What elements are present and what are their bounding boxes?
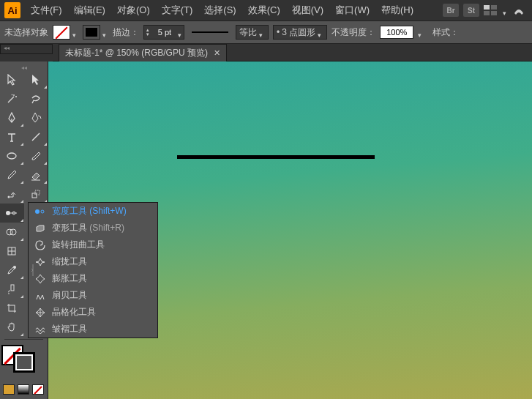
eyedropper-tool[interactable] xyxy=(0,261,24,280)
opacity-dropdown-icon[interactable] xyxy=(418,29,424,35)
svg-point-5 xyxy=(7,153,16,159)
shape-builder-tool[interactable] xyxy=(0,223,24,242)
lasso-tool[interactable] xyxy=(24,89,48,108)
width-tool[interactable] xyxy=(0,204,24,223)
flyout-item-warp[interactable]: 变形工具 (Shift+R) xyxy=(29,220,157,236)
svg-rect-3 xyxy=(491,11,497,15)
direct-selection-tool[interactable] xyxy=(24,70,48,89)
line-tool[interactable] xyxy=(24,127,48,146)
mesh-tool[interactable] xyxy=(0,242,24,261)
opacity-label: 不透明度： xyxy=(331,26,375,39)
pen-tool[interactable] xyxy=(0,108,24,127)
paintbrush-tool[interactable] xyxy=(24,146,48,165)
menu-file[interactable]: 文件(F) xyxy=(25,1,68,20)
menu-help[interactable]: 帮助(H) xyxy=(375,1,419,20)
control-bar: 未选择对象 描边： ▴▾ 等比 •3 点圆形 不透明度： 样式： xyxy=(0,20,532,44)
toolbox-collapse-icon[interactable] xyxy=(0,64,48,70)
canvas-path[interactable] xyxy=(177,155,375,159)
flyout-item-scallop[interactable]: 扇贝工具 xyxy=(29,287,157,304)
fill-stroke-swatches[interactable] xyxy=(1,345,35,373)
svg-point-24 xyxy=(13,266,16,269)
flyout-item-width[interactable]: 宽度工具 (Shift+W) xyxy=(29,203,157,220)
stroke-preview[interactable] xyxy=(192,31,228,33)
stroke-weight-stepper[interactable]: ▴▾ xyxy=(143,25,184,40)
workspace-icon[interactable] xyxy=(513,4,525,16)
svg-rect-9 xyxy=(35,190,40,195)
close-tab-icon[interactable]: ✕ xyxy=(214,48,220,58)
flyout-item-wrinkle[interactable]: 皱褶工具 xyxy=(29,321,157,338)
stroke-label: 描边： xyxy=(113,26,139,39)
stock-icon[interactable]: St xyxy=(463,4,479,17)
svg-rect-0 xyxy=(484,5,490,10)
style-label[interactable]: 样式： xyxy=(428,25,463,40)
type-tool[interactable] xyxy=(0,127,24,146)
rotate-tool[interactable] xyxy=(0,184,24,204)
panel-collapse-toggle[interactable] xyxy=(0,44,53,54)
hand-tool[interactable] xyxy=(0,318,24,337)
menu-view[interactable]: 视图(V) xyxy=(286,1,329,20)
svg-line-4 xyxy=(32,133,40,141)
stroke-weight-input[interactable] xyxy=(151,28,178,37)
eraser-tool[interactable] xyxy=(24,165,48,184)
menu-object[interactable]: 对象(O) xyxy=(111,1,156,20)
symbol-sprayer-tool[interactable] xyxy=(0,280,24,299)
selection-tool[interactable] xyxy=(0,70,24,89)
menu-type[interactable]: 文字(T) xyxy=(156,1,199,20)
arrange-docs-icon[interactable] xyxy=(484,5,498,15)
svg-point-19 xyxy=(10,229,16,235)
menu-effect[interactable]: 效果(C) xyxy=(242,1,286,20)
flyout-tearoff-handle[interactable] xyxy=(28,203,38,338)
opacity-input[interactable] xyxy=(380,26,413,39)
flyout-item-bloat[interactable]: 膨胀工具 xyxy=(29,270,157,287)
svg-rect-8 xyxy=(32,193,37,198)
menu-window[interactable]: 窗口(W) xyxy=(329,1,375,20)
width-tool-flyout: 宽度工具 (Shift+W) 变形工具 (Shift+R) 旋转扭曲工具 缩拢工… xyxy=(28,202,158,338)
stroke-swatch[interactable] xyxy=(83,25,108,40)
bridge-icon[interactable]: Br xyxy=(443,4,459,17)
selection-status-label: 未选择对象 xyxy=(4,26,48,39)
svg-point-10 xyxy=(6,211,10,215)
svg-rect-27 xyxy=(11,285,14,291)
svg-rect-2 xyxy=(484,11,490,15)
color-mode-button[interactable] xyxy=(3,384,15,395)
document-tab-title: 未标题-1* @ 150% (RGB/GPU 预览) xyxy=(65,47,208,59)
brush-dropdown[interactable]: •3 点圆形 xyxy=(273,25,327,40)
flyout-item-crystallize[interactable]: 晶格化工具 xyxy=(29,304,157,321)
stroke-swatch-main[interactable] xyxy=(13,352,35,373)
scale-tool[interactable] xyxy=(24,184,48,204)
svg-rect-1 xyxy=(491,5,497,10)
curvature-tool[interactable] xyxy=(24,108,48,127)
document-tab[interactable]: 未标题-1* @ 150% (RGB/GPU 预览) ✕ xyxy=(59,44,227,61)
menu-edit[interactable]: 编辑(E) xyxy=(68,1,111,20)
document-tab-bar: 未标题-1* @ 150% (RGB/GPU 预览) ✕ xyxy=(53,44,532,61)
rectangle-tool[interactable] xyxy=(0,146,24,165)
flyout-item-twirl[interactable]: 旋转扭曲工具 xyxy=(29,236,157,253)
svg-point-7 xyxy=(8,196,10,198)
svg-point-40 xyxy=(41,210,44,213)
pencil-tool[interactable] xyxy=(0,165,24,184)
arrange-docs-dropdown-icon[interactable] xyxy=(503,7,509,13)
app-icon: Ai xyxy=(4,2,20,18)
artboard-tool[interactable] xyxy=(0,299,24,318)
none-mode-button[interactable] xyxy=(32,384,44,395)
gradient-mode-button[interactable] xyxy=(18,384,29,395)
magic-wand-tool[interactable] xyxy=(0,89,24,108)
variable-width-dropdown[interactable]: 等比 xyxy=(236,25,269,40)
menu-bar: Ai 文件(F) 编辑(E) 对象(O) 文字(T) 选择(S) 效果(C) 视… xyxy=(0,0,532,20)
menu-select[interactable]: 选择(S) xyxy=(198,1,241,20)
fill-swatch[interactable] xyxy=(53,25,78,40)
svg-rect-31 xyxy=(9,305,15,311)
flyout-item-pucker[interactable]: 缩拢工具 xyxy=(29,253,157,270)
